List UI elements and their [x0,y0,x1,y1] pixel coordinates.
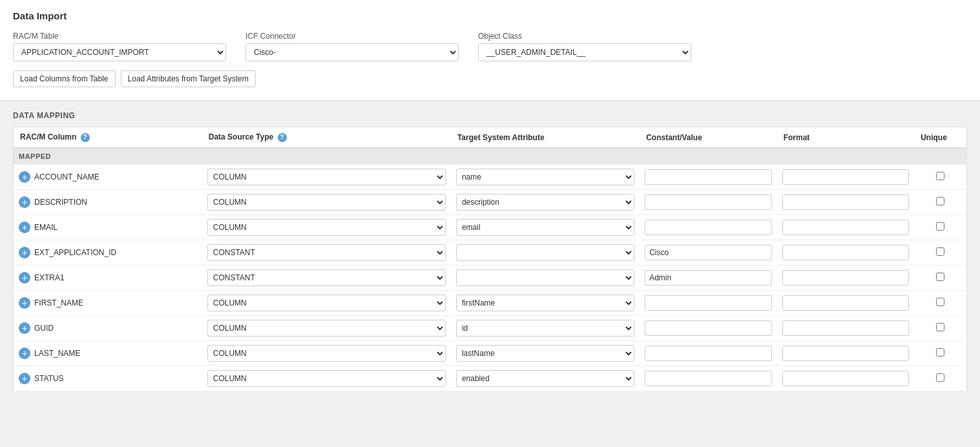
datasource-cell: COLUMNCONSTANT [202,165,451,190]
racm-label: DESCRIPTION [34,198,87,207]
racm-label: LAST_NAME [34,349,80,358]
format-input[interactable] [782,371,910,386]
target-select[interactable]: namedescriptionemailfirstNameidlastNamee… [456,345,634,362]
datasource-select[interactable]: COLUMNCONSTANT [207,194,446,211]
datasource-select[interactable]: COLUMNCONSTANT [207,345,446,362]
datasource-help-icon[interactable]: ? [278,133,287,142]
unique-cell [914,265,966,291]
object-class-select[interactable]: __USER_ADMIN_DETAIL__ [478,43,691,61]
form-row: RAC/M Table APPLICATION_ACCOUNT_IMPORT I… [13,32,967,61]
target-select[interactable]: namedescriptionemailfirstNameidlastNamee… [456,320,634,337]
target-select[interactable]: namedescriptionemailfirstNameidlastNamee… [456,269,634,286]
datasource-select[interactable]: COLUMNCONSTANT [207,320,446,337]
datasource-select[interactable]: COLUMNCONSTANT [207,169,446,185]
table-row: + GUID COLUMNCONSTANTnamedescriptionemai… [14,316,967,341]
datasource-cell: COLUMNCONSTANT [202,291,451,316]
col-racm-header: RAC/M Column ? [14,127,202,149]
load-attributes-button[interactable]: Load Attributes from Target System [121,70,256,87]
icf-connector-select[interactable]: Cisco- [245,43,459,61]
format-cell [777,165,915,190]
racm-cell: + EXTRA1 [14,265,202,291]
target-select[interactable]: namedescriptionemailfirstNameidlastNamee… [456,194,634,211]
table-row: + EMAIL COLUMNCONSTANTnamedescriptionema… [14,215,967,240]
unique-checkbox[interactable] [936,348,944,357]
col-constant-header: Constant/Value [640,127,777,149]
constant-input[interactable] [645,371,772,386]
target-cell: namedescriptionemailfirstNameidlastNamee… [451,190,640,215]
racm-table-group: RAC/M Table APPLICATION_ACCOUNT_IMPORT [13,32,226,61]
unique-cell [914,165,966,190]
format-cell [777,366,915,391]
format-input[interactable] [782,169,910,185]
format-input[interactable] [782,245,910,260]
unique-checkbox[interactable] [936,172,944,180]
racm-help-icon[interactable]: ? [81,133,90,142]
format-input[interactable] [782,270,910,286]
format-input[interactable] [782,320,910,336]
unique-checkbox[interactable] [936,273,944,281]
add-row-icon[interactable]: + [19,171,30,183]
unique-cell [914,341,966,366]
table-row: + ACCOUNT_NAME COLUMNCONSTANTnamedescrip… [14,165,967,190]
racm-label: EXTRA1 [34,273,65,282]
constant-input[interactable] [645,194,772,210]
constant-cell [640,190,777,215]
constant-cell [640,291,777,316]
target-select[interactable]: namedescriptionemailfirstNameidlastNamee… [456,169,634,185]
format-input[interactable] [782,220,910,235]
format-input[interactable] [782,295,910,311]
constant-input[interactable] [645,169,772,185]
constant-input[interactable] [645,346,772,361]
datasource-select[interactable]: COLUMNCONSTANT [207,370,446,387]
datasource-select[interactable]: COLUMNCONSTANT [207,269,446,286]
add-row-icon[interactable]: + [19,222,30,233]
target-cell: namedescriptionemailfirstNameidlastNamee… [451,165,640,190]
unique-cell [914,190,966,215]
constant-input[interactable] [645,270,772,286]
col-target-header: Target System Attribute [451,127,640,149]
datasource-select[interactable]: COLUMNCONSTANT [207,295,446,311]
racm-cell: + GUID [14,316,202,341]
racm-cell: + EMAIL [14,215,202,240]
unique-checkbox[interactable] [936,323,944,331]
mapping-table: RAC/M Column ? Data Source Type ? Target… [13,127,967,391]
format-cell [777,240,915,265]
datasource-select[interactable]: COLUMNCONSTANT [207,219,446,236]
racm-table-select[interactable]: APPLICATION_ACCOUNT_IMPORT [13,43,226,61]
table-row: + FIRST_NAME COLUMNCONSTANTnamedescripti… [14,291,967,316]
unique-checkbox[interactable] [936,373,944,382]
racm-label: GUID [34,324,54,333]
add-row-icon[interactable]: + [19,272,30,284]
table-row: + EXTRA1 COLUMNCONSTANTnamedescriptionem… [14,265,967,291]
format-input[interactable] [782,194,910,210]
constant-input[interactable] [645,320,772,336]
add-row-icon[interactable]: + [19,373,30,384]
section-title: DATA MAPPING [13,111,967,120]
target-cell: namedescriptionemailfirstNameidlastNamee… [451,240,640,265]
add-row-icon[interactable]: + [19,348,30,359]
unique-cell [914,215,966,240]
target-select[interactable]: namedescriptionemailfirstNameidlastNamee… [456,244,634,261]
add-row-icon[interactable]: + [19,196,30,208]
add-row-icon[interactable]: + [19,247,30,258]
unique-checkbox[interactable] [936,298,944,306]
load-columns-button[interactable]: Load Columns from Table [13,70,116,87]
format-input[interactable] [782,346,910,361]
target-select[interactable]: namedescriptionemailfirstNameidlastNamee… [456,219,634,236]
unique-checkbox[interactable] [936,247,944,256]
datasource-cell: COLUMNCONSTANT [202,366,451,391]
target-cell: namedescriptionemailfirstNameidlastNamee… [451,265,640,291]
datasource-select[interactable]: COLUMNCONSTANT [207,244,446,261]
add-row-icon[interactable]: + [19,322,30,334]
target-select[interactable]: namedescriptionemailfirstNameidlastNamee… [456,295,634,311]
constant-input[interactable] [645,295,772,311]
add-row-icon[interactable]: + [19,297,30,309]
table-row: + DESCRIPTION COLUMNCONSTANTnamedescript… [14,190,967,215]
constant-input[interactable] [645,245,772,260]
unique-checkbox[interactable] [936,197,944,205]
constant-input[interactable] [645,220,772,235]
unique-checkbox[interactable] [936,222,944,231]
target-select[interactable]: namedescriptionemailfirstNameidlastNamee… [456,370,634,387]
datasource-cell: COLUMNCONSTANT [202,190,451,215]
unique-cell [914,240,966,265]
